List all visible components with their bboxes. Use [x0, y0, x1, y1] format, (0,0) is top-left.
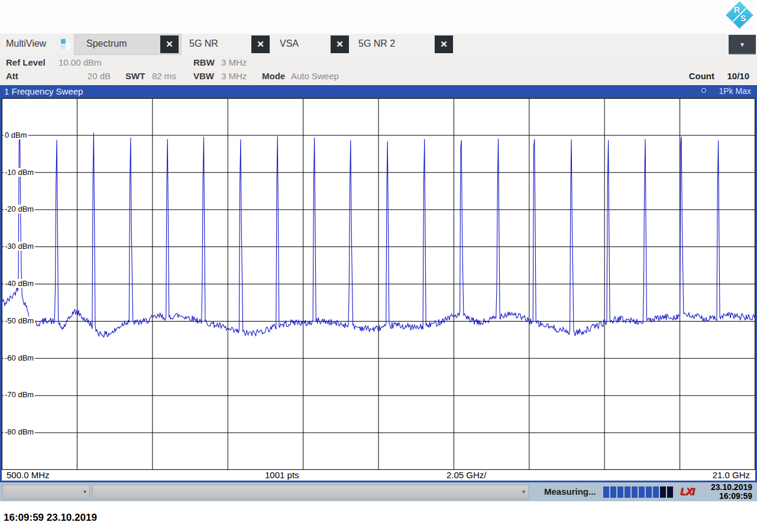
chevron-down-icon: ▼ — [739, 41, 745, 48]
status-dropdown-left[interactable]: ▾ — [2, 485, 90, 499]
y-tick-label: -30 dBm — [4, 242, 35, 251]
span-per-division-label: 2.05 GHz/ — [447, 470, 487, 480]
rbw-label[interactable]: RBW — [193, 57, 215, 67]
x-axis-row: 500.0 MHz 1001 pts 2.05 GHz/ 21.0 GHz — [0, 470, 757, 481]
status-bar: ▾ ▾ Measuring... LXI 23.10.2019 16:09:59 — [0, 482, 757, 501]
y-tick-label: -50 dBm — [4, 316, 35, 325]
status-time: 16:09:59 — [711, 492, 752, 501]
progress-block — [667, 486, 673, 498]
multiview-icon-quadrant — [61, 39, 66, 44]
y-tick-label: -20 dBm — [4, 205, 35, 213]
logo-letter-r: R — [734, 5, 740, 15]
measurement-settings-bar: Ref Level 10.00 dBm RBW 3 MHz Att 20 dB … — [0, 55, 757, 85]
trace-legend-label: 1Pk Max — [719, 86, 751, 96]
multiview-button[interactable]: MultiView — [6, 38, 46, 49]
swt-value[interactable]: 82 ms — [152, 71, 176, 81]
sweep-progress-bar — [603, 486, 673, 498]
frequency-sweep-window: 1 Frequency Sweep 1Pk Max 0 dBm-10 dBm-2… — [0, 85, 757, 482]
ref-level-label[interactable]: Ref Level — [6, 57, 46, 67]
progress-block — [625, 486, 630, 498]
multiview-split-icon[interactable] — [61, 39, 71, 49]
progress-block — [639, 486, 645, 498]
tab-5gnr-label[interactable]: 5G NR — [189, 38, 218, 49]
y-tick-label: -40 dBm — [4, 279, 35, 288]
tab-5gnr-close-icon[interactable]: ✕ — [251, 35, 270, 53]
mode-label[interactable]: Mode — [262, 71, 285, 81]
measuring-status-text: Measuring... — [544, 486, 596, 497]
trace-marker-icon — [701, 88, 706, 93]
window-title: 1 Frequency Sweep — [4, 86, 83, 96]
y-tick-label: 0 dBm — [4, 131, 28, 140]
tab-spectrum-close-icon[interactable]: ✕ — [160, 35, 179, 53]
vbw-value[interactable]: 3 MHz — [221, 71, 247, 81]
multiview-icon-quadrant — [66, 44, 71, 49]
mode-value[interactable]: Auto Sweep — [291, 71, 339, 81]
progress-block — [646, 486, 652, 498]
start-frequency-label: 500.0 MHz — [7, 470, 50, 480]
grid-lines — [2, 98, 755, 470]
status-date: 23.10.2019 — [711, 483, 752, 492]
swt-label[interactable]: SWT — [125, 71, 145, 81]
lxi-status-icon[interactable]: LXI — [680, 486, 694, 498]
sweep-count-label: Count — [689, 71, 714, 81]
tab-list-dropdown-button[interactable]: ▼ — [729, 35, 756, 54]
window-title-bar: 1 Frequency Sweep 1Pk Max — [0, 85, 757, 98]
screenshot-timestamp: 16:09:59 23.10.2019 — [4, 512, 97, 524]
chevron-down-icon: ▾ — [522, 488, 525, 495]
tab-vsa-close-icon[interactable]: ✕ — [331, 35, 349, 53]
rbw-value[interactable]: 3 MHz — [221, 57, 247, 67]
logo-letter-s: S — [740, 14, 746, 23]
progress-block — [653, 486, 659, 498]
progress-block — [603, 486, 609, 498]
tab-spectrum-label[interactable]: Spectrum — [86, 38, 127, 49]
channel-tab-bar: MultiView Spectrum ✕ 5G NR ✕ VSA ✕ 5G NR… — [0, 34, 757, 55]
multiview-icon-quadrant — [61, 44, 66, 49]
spectrum-plot-area: 0 dBm-10 dBm-20 dBm-30 dBm-40 dBm-50 dBm… — [0, 98, 757, 470]
y-tick-label: -10 dBm — [4, 168, 35, 177]
y-tick-label: -60 dBm — [4, 353, 35, 362]
tab-5gnr2-label[interactable]: 5G NR 2 — [358, 38, 395, 49]
progress-block — [617, 486, 623, 498]
att-label[interactable]: Att — [6, 71, 18, 81]
chevron-down-icon: ▾ — [83, 488, 86, 495]
screenshot-footer: 16:09:59 23.10.2019 — [0, 501, 757, 532]
sweep-points-label: 1001 pts — [265, 470, 299, 480]
multiview-icon-quadrant — [66, 39, 71, 44]
sweep-count-value: 10/10 — [727, 71, 749, 81]
status-dropdown-message[interactable]: ▾ — [92, 485, 529, 499]
rohde-schwarz-logo: R S — [725, 1, 753, 29]
status-datetime: 23.10.2019 16:09:59 — [711, 483, 752, 501]
progress-block — [660, 486, 666, 498]
tab-vsa-label[interactable]: VSA — [280, 38, 299, 49]
y-tick-label: -80 dBm — [4, 427, 35, 436]
progress-block — [610, 486, 616, 498]
top-strip: R S — [0, 0, 757, 34]
stop-frequency-label: 21.0 GHz — [713, 470, 750, 480]
spectrum-plot-svg — [2, 98, 755, 470]
vbw-label[interactable]: VBW — [193, 71, 214, 81]
progress-block — [632, 486, 638, 498]
att-value[interactable]: 20 dB — [59, 71, 111, 81]
tab-5gnr2-close-icon[interactable]: ✕ — [435, 35, 453, 53]
ref-level-value[interactable]: 10.00 dBm — [59, 57, 102, 67]
y-tick-label: -70 dBm — [4, 390, 35, 399]
